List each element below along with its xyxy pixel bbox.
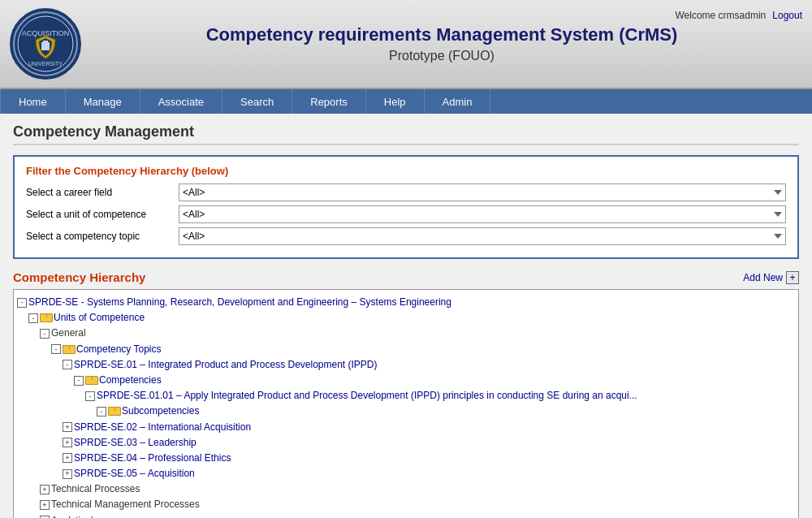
- tree-expand-icon[interactable]: -: [28, 313, 38, 323]
- filter-title: Filter the Competency Hierarchy (below): [26, 165, 786, 177]
- folder-icon: [85, 376, 97, 385]
- nav-search[interactable]: Search: [222, 89, 292, 114]
- tree-expand-icon[interactable]: -: [85, 391, 95, 401]
- tree-expand-icon[interactable]: -: [51, 344, 61, 354]
- tree-expand-icon[interactable]: -: [63, 360, 72, 369]
- nav-associate[interactable]: Associate: [140, 89, 222, 114]
- tree-row: -Units of Competence: [17, 310, 795, 326]
- tree-expand-icon[interactable]: +: [40, 500, 50, 510]
- folder-icon: [108, 407, 119, 416]
- tree-row: -Competencies: [17, 373, 795, 388]
- tree-row: -Subcompetencies: [17, 404, 795, 419]
- tree-label: Technical Processes: [51, 481, 140, 497]
- tree-row: -SPRDE-SE - Systems Planning, Research, …: [17, 295, 795, 310]
- nav-reports[interactable]: Reports: [292, 89, 366, 114]
- folder-icon: [40, 313, 51, 322]
- tree-label: Analytical: [51, 513, 93, 518]
- tree-expand-icon[interactable]: -: [74, 376, 84, 386]
- logout-link[interactable]: Logout: [772, 10, 802, 21]
- tree-expand-icon[interactable]: +: [63, 438, 72, 447]
- filter-row-unit: Select a unit of competence <All>: [26, 205, 786, 223]
- nav-home[interactable]: Home: [0, 89, 66, 114]
- tree-link[interactable]: SPRDE-SE.04 – Professional Ethics: [74, 451, 231, 466]
- add-icon: +: [786, 271, 799, 284]
- filter-label-topic: Select a competency topic: [26, 231, 172, 242]
- tree-row: -General: [17, 326, 795, 341]
- nav-help[interactable]: Help: [366, 89, 425, 114]
- header-title: Competency requirements Management Syste…: [81, 24, 802, 63]
- tree-link[interactable]: SPRDE-SE.03 – Leadership: [74, 435, 197, 451]
- tree-label: General: [51, 326, 86, 341]
- tree-row: +SPRDE-SE.03 – Leadership: [17, 435, 795, 451]
- filter-label-career: Select a career field: [26, 187, 172, 198]
- tree-row: +Technical Processes: [17, 481, 795, 497]
- tree-label: Technical Management Processes: [51, 497, 200, 512]
- page-title: Competency Management: [13, 123, 799, 145]
- filter-select-unit[interactable]: <All>: [179, 205, 786, 223]
- tree-link[interactable]: Competencies: [99, 373, 162, 388]
- filter-box: Filter the Competency Hierarchy (below) …: [13, 155, 799, 259]
- tree-link[interactable]: Competency Topics: [76, 342, 162, 357]
- folder-icon: [63, 345, 74, 354]
- tree-expand-icon[interactable]: +: [63, 469, 72, 479]
- add-new-button[interactable]: Add New +: [743, 271, 799, 284]
- filter-row-topic: Select a competency topic <All>: [26, 227, 786, 245]
- tree-link[interactable]: SPRDE-SE.05 – Acquisition: [74, 466, 195, 481]
- tree-row: +SPRDE-SE.04 – Professional Ethics: [17, 451, 795, 466]
- app-subtitle: Prototype (FOUO): [81, 49, 802, 63]
- tree-link[interactable]: SPRDE-SE.01 – Integrated Product and Pro…: [74, 357, 378, 373]
- add-new-label: Add New: [743, 272, 783, 283]
- tree-row: -Competency Topics: [17, 342, 795, 357]
- tree-link[interactable]: SPRDE-SE.01.01 – Apply Integrated Produc…: [97, 388, 637, 404]
- svg-rect-3: [41, 42, 50, 50]
- hierarchy-title: Competency Hierarchy: [13, 270, 145, 284]
- main-content: Competency Management Filter the Compete…: [0, 114, 812, 518]
- filter-row-career: Select a career field <All>: [26, 183, 786, 201]
- tree-link[interactable]: SPRDE-SE - Systems Planning, Research, D…: [28, 295, 451, 310]
- tree-expand-icon[interactable]: -: [40, 329, 50, 339]
- tree-expand-icon[interactable]: +: [40, 485, 50, 494]
- tree-row: -SPRDE-SE.01.01 – Apply Integrated Produ…: [17, 388, 795, 404]
- header-right: Welcome crmsadmin Logout: [675, 10, 802, 21]
- tree-link[interactable]: Units of Competence: [54, 310, 145, 326]
- tree-container[interactable]: -SPRDE-SE - Systems Planning, Research, …: [13, 289, 799, 518]
- tree-row: -SPRDE-SE.01 – Integrated Product and Pr…: [17, 357, 795, 373]
- hierarchy-header: Competency Hierarchy Add New +: [13, 270, 799, 284]
- tree-row: +Technical Management Processes: [17, 497, 795, 512]
- tree-row: +SPRDE-SE.02 – International Acquisition: [17, 420, 795, 435]
- filter-label-unit: Select a unit of competence: [26, 209, 172, 220]
- filter-select-topic[interactable]: <All>: [179, 227, 786, 245]
- tree-row: +SPRDE-SE.05 – Acquisition: [17, 466, 795, 481]
- tree-link[interactable]: Subcompetencies: [122, 404, 199, 419]
- svg-text:UNIVERSITY: UNIVERSITY: [28, 61, 63, 67]
- welcome-text: Welcome crmsadmin: [675, 10, 766, 21]
- filter-select-career[interactable]: <All>: [179, 183, 786, 201]
- header: ACQUISITION UNIVERSITY Competency requir…: [0, 0, 812, 89]
- logo: ACQUISITION UNIVERSITY: [10, 8, 81, 80]
- tree-expand-icon[interactable]: +: [63, 422, 72, 432]
- tree-expand-icon[interactable]: +: [63, 453, 72, 463]
- tree-row: -Analytical: [17, 513, 795, 518]
- tree-expand-icon[interactable]: -: [97, 407, 106, 417]
- tree-link[interactable]: SPRDE-SE.02 – International Acquisition: [74, 420, 251, 435]
- nav-bar: Home Manage Associate Search Reports Hel…: [0, 89, 812, 114]
- nav-manage[interactable]: Manage: [66, 89, 140, 114]
- svg-rect-4: [43, 41, 48, 43]
- tree-expand-icon[interactable]: -: [17, 298, 27, 308]
- app-title: Competency requirements Management Syste…: [81, 24, 802, 45]
- nav-admin[interactable]: Admin: [425, 89, 491, 114]
